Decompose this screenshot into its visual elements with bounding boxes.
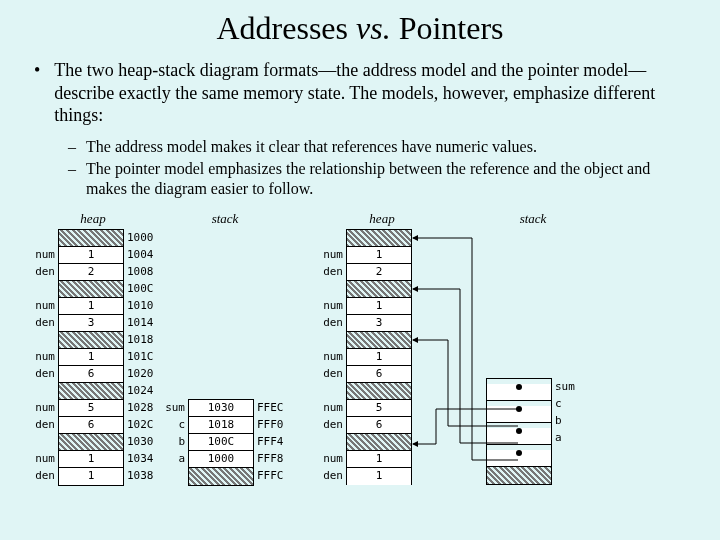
heap-cell: 5: [59, 400, 123, 417]
pointer-heap-field-label: num: [318, 399, 346, 416]
pointer-heap-cell: [347, 434, 411, 451]
stack-cell: 100C: [189, 434, 253, 451]
stack-field-label: [162, 467, 188, 484]
pointer-heap-field-label: den: [318, 314, 346, 331]
main-bullet-text: The two heap-stack diagram formats—the a…: [54, 59, 690, 127]
heap-cell: 6: [59, 366, 123, 383]
pointer-stack-label: [552, 446, 578, 463]
pointer-stack-cell: [487, 428, 551, 445]
pointer-heap-cell: 6: [347, 417, 411, 434]
heap-field-label: [30, 280, 58, 297]
address-stack-table: sumcba10301018100C1000FFECFFF0FFF4FFF8FF…: [162, 399, 288, 486]
pointer-heap-cell: [347, 281, 411, 298]
pointer-heap-field-label: [318, 433, 346, 450]
heap-field-label: den: [30, 467, 58, 484]
pointer-heap-cell: 1: [347, 349, 411, 366]
pointer-heap-field-label: den: [318, 467, 346, 484]
pointer-stack-cell: [487, 467, 551, 484]
stack-cell: [189, 468, 253, 485]
pointer-heap-field-label: num: [318, 297, 346, 314]
pointer-heap-field-label: [318, 331, 346, 348]
stack-cell: 1018: [189, 417, 253, 434]
address-heap-table: numdennumdennumdennumdennumden1213165611…: [30, 229, 156, 486]
pointer-stack-label: a: [552, 429, 578, 446]
heap-address: 1010: [124, 297, 156, 314]
heap-cell: [59, 230, 123, 247]
stack-field-label: a: [162, 450, 188, 467]
pointer-stack-cell: [487, 450, 551, 467]
heap-cell: [59, 332, 123, 349]
heap-label: heap: [30, 211, 156, 229]
pointer-heap-field-label: num: [318, 348, 346, 365]
heap-cell: 1: [59, 468, 123, 485]
heap-address: 1020: [124, 365, 156, 382]
heap-field-label: num: [30, 399, 58, 416]
pointer-heap-cell: 5: [347, 400, 411, 417]
pointer-stack-label: c: [552, 395, 578, 412]
heap-cell: 1: [59, 298, 123, 315]
heap-address: 1034: [124, 450, 156, 467]
pointer-heap-field-label: den: [318, 263, 346, 280]
stack-address: FFF0: [254, 416, 284, 433]
heap-field-label: [30, 433, 58, 450]
heap-cell: 1: [59, 349, 123, 366]
pointer-heap-field-label: den: [318, 365, 346, 382]
heap-field-label: num: [30, 348, 58, 365]
stack-cell: 1030: [189, 400, 253, 417]
stack-label: stack: [162, 211, 288, 229]
heap-field-label: [30, 229, 58, 246]
main-bullet: The two heap-stack diagram formats—the a…: [30, 59, 690, 127]
heap-address: 1030: [124, 433, 156, 450]
diagrams-area: heap numdennumdennumdennumdennumden12131…: [30, 211, 690, 486]
pointer-heap-cell: 1: [347, 298, 411, 315]
heap-cell: [59, 434, 123, 451]
pointer-heap-field-label: [318, 382, 346, 399]
address-stack-col: stack sumcba10301018100C1000FFECFFF0FFF4…: [162, 211, 288, 486]
pointer-heap-label: heap: [318, 211, 446, 229]
stack-field-label: sum: [162, 399, 188, 416]
pointer-stack-cell: [487, 384, 551, 401]
pointer-heap-field-label: [318, 229, 346, 246]
heap-address: 1014: [124, 314, 156, 331]
heap-address: 1028: [124, 399, 156, 416]
pointer-heap-cell: 2: [347, 264, 411, 281]
heap-address: 1008: [124, 263, 156, 280]
heap-field-label: den: [30, 263, 58, 280]
pointer-heap-cell: 6: [347, 366, 411, 383]
title-word-vs: vs.: [356, 10, 391, 46]
stack-address: FFF4: [254, 433, 284, 450]
pointer-heap-cell: [347, 332, 411, 349]
heap-address: 1000: [124, 229, 156, 246]
heap-address: 1018: [124, 331, 156, 348]
title-word-addresses: Addresses: [216, 10, 356, 46]
pointer-model: heap stack numdennumdennumdennumdennumde…: [318, 211, 578, 486]
pointer-dot-icon: [516, 406, 522, 412]
heap-address: 102C: [124, 416, 156, 433]
pointer-heap-field-label: [318, 280, 346, 297]
pointer-stack-label: b: [552, 412, 578, 429]
stack-address: FFF8: [254, 450, 284, 467]
heap-field-label: num: [30, 246, 58, 263]
heap-cell: 1: [59, 247, 123, 264]
pointer-stack-label: sum: [552, 378, 578, 395]
pointer-heap-cell: 1: [347, 451, 411, 468]
pointer-stack-table: sumcba: [486, 378, 578, 485]
stack-address: FFFC: [254, 467, 284, 484]
pointer-heap-cell: 1: [347, 247, 411, 264]
heap-cell: 6: [59, 417, 123, 434]
heap-cell: 1: [59, 451, 123, 468]
pointer-heap-cell: 3: [347, 315, 411, 332]
pointer-dot-icon: [516, 428, 522, 434]
sub-bullets: The address model makes it clear that re…: [68, 137, 690, 199]
pointer-heap-cell: 1: [347, 468, 411, 485]
heap-field-label: num: [30, 450, 58, 467]
stack-cell: 1000: [189, 451, 253, 468]
heap-address: 100C: [124, 280, 156, 297]
heap-field-label: [30, 331, 58, 348]
heap-cell: 3: [59, 315, 123, 332]
pointer-dot-icon: [516, 384, 522, 390]
heap-address: 1004: [124, 246, 156, 263]
sub-bullet-0: The address model makes it clear that re…: [86, 137, 537, 157]
page-title: Addresses vs. Pointers: [30, 10, 690, 47]
stack-field-label: c: [162, 416, 188, 433]
